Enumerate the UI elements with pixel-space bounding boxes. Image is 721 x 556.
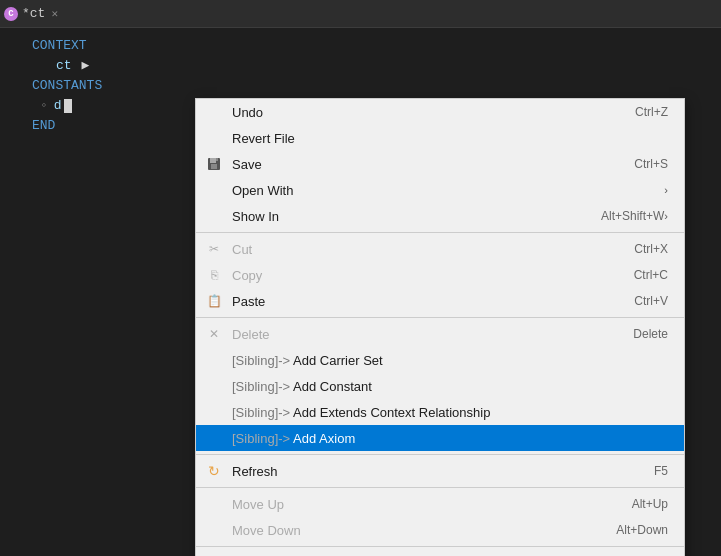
text-cursor [64,99,72,113]
menu-separator-20 [196,546,684,547]
menu-item-label-move-down: Move Down [232,523,592,538]
add-keyword: Add [290,405,320,420]
sibling-prefix: [Sibling]-> [232,379,290,394]
refresh-icon: ↻ [206,463,222,479]
shortcut-move-down: Alt+Down [616,523,668,537]
menu-item-undo[interactable]: UndoCtrl+Z [196,99,684,125]
arrow-ct: ▶ [74,56,90,76]
submenu-arrow-open-with: › [664,184,668,196]
menu-item-open-with[interactable]: Open With› [196,177,684,203]
submenu-arrow-show-in: › [664,210,668,222]
menu-item-label-copy: Copy [232,268,610,283]
shortcut-cut: Ctrl+X [634,242,668,256]
sibling-prefix: [Sibling]-> [232,405,290,420]
menu-item-label-add-extends: [Sibling]-> Add Extends Context Relation… [232,405,668,420]
svg-rect-3 [216,158,218,161]
shortcut-move-up: Alt+Up [632,497,668,511]
menu-item-label-refresh: Refresh [232,464,630,479]
tab-bar: C *ct ✕ [0,0,721,28]
tab-label[interactable]: *ct [22,6,45,21]
menu-item-revert-file[interactable]: Revert File [196,125,684,151]
keyword-constants: CONSTANTS [32,76,102,96]
svg-rect-1 [210,158,216,163]
shortcut-paste: Ctrl+V [634,294,668,308]
menu-item-label-open-with: Open With [232,183,664,198]
menu-separator-15 [196,454,684,455]
menu-separator-17 [196,487,684,488]
save-icon [206,156,222,172]
code-line-2: ct ▶ [0,56,721,76]
menu-item-copy: ⎘CopyCtrl+C [196,262,684,288]
keyword-end: END [32,116,55,136]
shortcut-delete: Delete [633,327,668,341]
menu-item-label-add-carrier-set: [Sibling]-> Add Carrier Set [232,353,668,368]
menu-item-preferences[interactable]: Preferences... [196,550,684,556]
menu-item-add-extends[interactable]: [Sibling]-> Add Extends Context Relation… [196,399,684,425]
menu-item-save[interactable]: SaveCtrl+S [196,151,684,177]
item-name: Extends Context Relationship [320,405,491,420]
shortcut-undo: Ctrl+Z [635,105,668,119]
sibling-prefix: [Sibling]-> [232,431,290,446]
menu-item-label-delete: Delete [232,327,609,342]
context-menu: UndoCtrl+ZRevert FileSaveCtrl+SOpen With… [195,98,685,556]
identifier-ct: ct [56,56,72,76]
menu-item-show-in[interactable]: Show InAlt+Shift+W› [196,203,684,229]
menu-separator-9 [196,317,684,318]
menu-item-label-add-constant: [Sibling]-> Add Constant [232,379,668,394]
menu-item-delete: ✕DeleteDelete [196,321,684,347]
cut-icon: ✂ [206,241,222,257]
delete-icon: ✕ [206,326,222,342]
item-name: Axiom [319,431,355,446]
menu-item-move-down: Move DownAlt+Down [196,517,684,543]
add-keyword: Add [290,379,320,394]
keyword-context: CONTEXT [32,36,87,56]
menu-item-label-move-up: Move Up [232,497,608,512]
menu-item-add-axiom[interactable]: [Sibling]-> Add Axiom [196,425,684,451]
menu-item-cut: ✂CutCtrl+X [196,236,684,262]
shortcut-copy: Ctrl+C [634,268,668,282]
menu-item-label-cut: Cut [232,242,610,257]
svg-rect-2 [211,164,217,169]
sibling-prefix: [Sibling]-> [232,353,290,368]
menu-item-label-revert-file: Revert File [232,131,668,146]
shortcut-refresh: F5 [654,464,668,478]
add-keyword: Add [290,431,319,446]
tab-icon: C [4,7,18,21]
menu-separator-5 [196,232,684,233]
menu-item-label-show-in: Show In [232,209,577,224]
code-line-3: CONSTANTS [0,76,721,96]
menu-item-move-up: Move UpAlt+Up [196,491,684,517]
paste-icon: 📋 [206,293,222,309]
menu-item-label-paste: Paste [232,294,610,309]
menu-item-label-add-axiom: [Sibling]-> Add Axiom [232,431,668,446]
copy-icon: ⎘ [206,267,222,283]
item-name: Carrier Set [320,353,383,368]
bullet-d: ◦ [40,96,48,116]
add-keyword: Add [290,353,320,368]
item-name: Constant [320,379,372,394]
menu-item-paste[interactable]: 📋PasteCtrl+V [196,288,684,314]
shortcut-save: Ctrl+S [634,157,668,171]
code-line-1: CONTEXT [0,36,721,56]
menu-item-label-undo: Undo [232,105,611,120]
shortcut-show-in: Alt+Shift+W [601,209,664,223]
menu-item-label-save: Save [232,157,610,172]
identifier-d: d [54,96,62,116]
menu-item-refresh[interactable]: ↻RefreshF5 [196,458,684,484]
tab-close-button[interactable]: ✕ [51,7,58,20]
menu-item-add-constant[interactable]: [Sibling]-> Add Constant [196,373,684,399]
menu-item-add-carrier-set[interactable]: [Sibling]-> Add Carrier Set [196,347,684,373]
